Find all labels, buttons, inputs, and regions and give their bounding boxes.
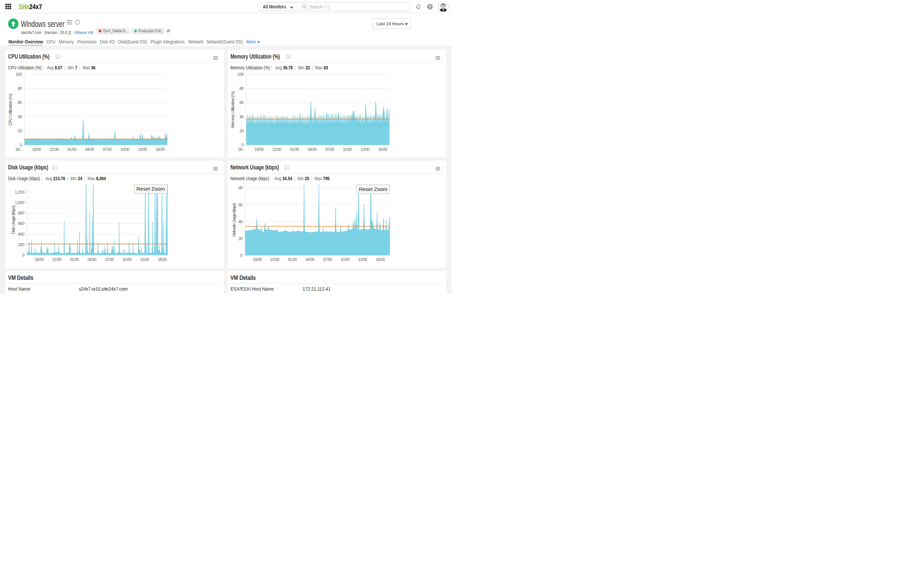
svg-text:Memory Utilization (%): Memory Utilization (%) (230, 91, 235, 128)
svg-text:10:00: 10:00 (123, 257, 132, 262)
svg-text:07:00: 07:00 (105, 257, 114, 262)
svg-text:20: 20 (239, 129, 244, 133)
svg-text:04:00: 04:00 (308, 147, 317, 152)
svg-text:19:00: 19:00 (255, 147, 264, 152)
svg-text:22:00: 22:00 (52, 257, 61, 262)
svg-text:04:00: 04:00 (87, 257, 96, 262)
svg-text:400: 400 (18, 232, 24, 237)
svg-text:40: 40 (239, 114, 244, 119)
svg-text:16:..: 16:.. (15, 147, 22, 152)
svg-text:01:00: 01:00 (70, 257, 79, 262)
svg-text:01:00: 01:00 (288, 257, 297, 262)
svg-text:07:00: 07:00 (325, 147, 334, 152)
svg-text:60: 60 (18, 100, 22, 105)
svg-text:16:00: 16:00 (378, 147, 387, 152)
svg-text:19:00: 19:00 (35, 257, 44, 262)
svg-text:1,200: 1,200 (15, 190, 25, 194)
svg-text:CPU Utilization (%): CPU Utilization (%) (8, 94, 13, 125)
svg-text:16:00: 16:00 (156, 147, 165, 152)
svg-text:13:00: 13:00 (140, 257, 149, 262)
svg-text:20: 20 (18, 129, 22, 133)
svg-text:10:00: 10:00 (343, 147, 352, 152)
svg-text:Disk Usage (kbps): Disk Usage (kbps) (11, 205, 16, 234)
svg-text:20: 20 (238, 237, 242, 241)
svg-text:0: 0 (240, 253, 242, 258)
svg-text:04:00: 04:00 (85, 147, 94, 152)
svg-text:13:00: 13:00 (138, 147, 147, 152)
svg-text:60: 60 (238, 203, 242, 207)
svg-text:22:00: 22:00 (50, 147, 59, 152)
svg-text:40: 40 (238, 220, 242, 224)
svg-text:13:00: 13:00 (358, 257, 367, 262)
svg-text:16:..: 16:.. (238, 147, 245, 152)
svg-text:04:00: 04:00 (305, 257, 315, 262)
svg-text:60: 60 (239, 100, 244, 105)
svg-text:07:00: 07:00 (323, 257, 332, 262)
svg-text:10:00: 10:00 (120, 147, 129, 152)
svg-text:01:00: 01:00 (290, 147, 299, 152)
svg-text:200: 200 (18, 243, 24, 247)
svg-text:16:00: 16:00 (158, 257, 167, 262)
svg-text:100: 100 (16, 72, 22, 77)
svg-text:0: 0 (22, 253, 25, 258)
svg-text:80: 80 (239, 86, 244, 91)
svg-text:Network Usage (kbps): Network Usage (kbps) (232, 203, 236, 237)
svg-text:16:00: 16:00 (376, 257, 385, 262)
svg-text:19:00: 19:00 (253, 257, 262, 262)
svg-text:800: 800 (18, 211, 24, 216)
svg-text:1,000: 1,000 (15, 201, 25, 205)
svg-text:13:00: 13:00 (360, 147, 370, 152)
svg-text:80: 80 (238, 186, 242, 191)
svg-text:80: 80 (18, 86, 22, 91)
svg-text:?: ? (429, 5, 431, 9)
svg-text:22:00: 22:00 (272, 147, 282, 152)
svg-text:19:00: 19:00 (32, 147, 41, 152)
svg-text:40: 40 (18, 114, 22, 119)
svg-text:10:00: 10:00 (341, 257, 350, 262)
svg-text:01:00: 01:00 (68, 147, 77, 152)
svg-text:07:00: 07:00 (103, 147, 112, 152)
svg-text:22:00: 22:00 (270, 257, 279, 262)
svg-text:100: 100 (237, 72, 244, 77)
svg-text:600: 600 (18, 222, 24, 226)
